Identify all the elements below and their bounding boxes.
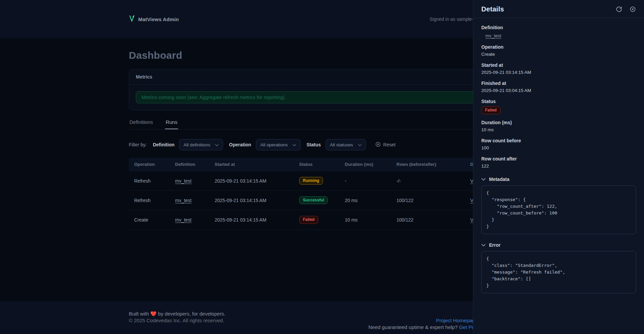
status-badge: Failed [299,216,318,224]
tab-definitions[interactable]: Definitions [129,119,154,129]
cell-operation: Create [129,210,170,230]
definition-link[interactable]: mv_test [175,178,192,184]
runs-table: Operation Definition Started at Status D… [129,158,515,230]
cell-rows: 100/122 [391,210,465,230]
col-operation: Operation [129,158,170,171]
error-json-block: { "class": "StandardError", "message": "… [481,251,636,293]
status-select-value: All statuses [330,142,353,147]
definition-select-value: All definitions [183,142,210,147]
col-status: Status [294,158,339,171]
matviews-logo-icon [129,15,135,23]
definition-link[interactable]: mv_test [175,198,192,203]
duration-label: Duration (ms) [481,120,636,125]
tab-bar: Definitions Runs [129,119,515,130]
metrics-card: Metrics Metrics coming soon (see: Aggreg… [129,69,515,110]
built-with-text: Built with ❤️ by developers, for develop… [129,311,225,317]
table-row: Refresh mv_test 2025-09-21 03:14:15 AM R… [129,171,515,191]
cell-started-at: 2025-09-21 03:14:15 AM [209,210,294,230]
cell-duration: 10 ms [339,210,391,230]
error-section-title: Error [489,242,500,248]
cell-duration: 20 ms [339,191,391,210]
metadata-section-title: Metadata [489,177,509,182]
definition-link[interactable]: mv_test [485,33,501,38]
reset-filters-button[interactable]: Reset [375,142,396,148]
x-circle-icon [375,142,381,148]
details-panel: Details Definition mv_test Operation Cre… [473,0,644,334]
brand-name: MatViews Admin [138,16,179,22]
brand[interactable]: MatViews Admin [129,15,179,23]
col-duration: Duration (ms) [339,158,391,171]
definition-label: Definition [481,25,636,30]
close-icon[interactable] [630,6,636,12]
table-row: Refresh mv_test 2025-09-21 03:14:15 AM S… [129,191,515,210]
operation-label: Operation [481,44,636,50]
cell-started-at: 2025-09-21 03:14:15 AM [209,171,294,191]
status-badge: Failed [481,106,500,114]
filter-by-label: Filter by: [129,142,147,147]
definition-link[interactable]: mv_test [175,217,192,223]
cell-rows: -/- [391,171,465,191]
chevron-down-icon [292,142,296,147]
metadata-json-block: { "response": { "row_count_after": 122, … [481,185,636,234]
started-at-label: Started at [481,62,636,68]
row-count-after-label: Row count after [481,156,636,161]
metrics-card-title: Metrics [136,74,152,80]
support-text: Need guaranteed uptime & expert help? [368,324,458,330]
cell-operation: Refresh [129,191,170,210]
cell-started-at: 2025-09-21 03:14:15 AM [209,191,294,210]
error-section-toggle[interactable]: Error [481,242,636,248]
started-at-value: 2025-09-21 03:14:15 AM [481,70,636,75]
refresh-icon[interactable] [616,6,622,12]
chevron-down-icon [215,142,219,147]
chevron-down-icon [358,142,362,147]
chevron-down-icon [481,178,486,181]
row-count-before-label: Row count before [481,138,636,143]
col-definition: Definition [170,158,209,171]
filter-status-label: Status [307,142,321,147]
finished-at-label: Finished at [481,81,636,86]
metrics-coming-soon-banner: Metrics coming soon (see: Aggregate refr… [136,91,508,103]
filter-bar: Filter by: Definition All definitions Op… [129,139,515,150]
status-badge: Successful [299,196,328,204]
col-started-at: Started at [209,158,294,171]
operation-value: Create [481,52,636,57]
page-title: Dashboard [129,50,515,61]
row-count-before-value: 100 [481,145,636,150]
tab-runs[interactable]: Runs [165,119,178,129]
operation-select[interactable]: All operations [256,139,301,150]
app-root: MatViews Admin Signed in as sample-user@… [0,0,644,334]
status-label: Status [481,99,636,104]
filter-operation-label: Operation [229,142,251,147]
project-homepage-link[interactable]: Project Homepage [436,318,478,323]
table-row: Create mv_test 2025-09-21 03:14:15 AM Fa… [129,210,515,230]
details-panel-title: Details [481,5,504,13]
copyright-text: © 2025 Codevedas Inc. All rights reserve… [129,317,225,324]
cell-operation: Refresh [129,171,170,191]
chevron-down-icon [481,244,486,247]
status-select[interactable]: All statuses [326,139,366,150]
filter-definition-label: Definition [153,142,175,147]
metadata-section-toggle[interactable]: Metadata [481,177,636,182]
finished-at-value: 2025-09-21 03:04:15 AM [481,88,636,93]
reset-label: Reset [383,142,396,147]
cell-rows: 100/122 [391,191,465,210]
table-header-row: Operation Definition Started at Status D… [129,158,515,171]
col-rows: Rows (before/after) [391,158,465,171]
status-badge: Running [299,177,323,185]
operation-select-value: All operations [260,142,288,147]
definition-select[interactable]: All definitions [179,139,223,150]
duration-value: 10 ms [481,127,636,132]
heart-icon: ❤️ [150,311,157,317]
cell-duration: - [339,171,391,191]
row-count-after-value: 122 [481,163,636,169]
